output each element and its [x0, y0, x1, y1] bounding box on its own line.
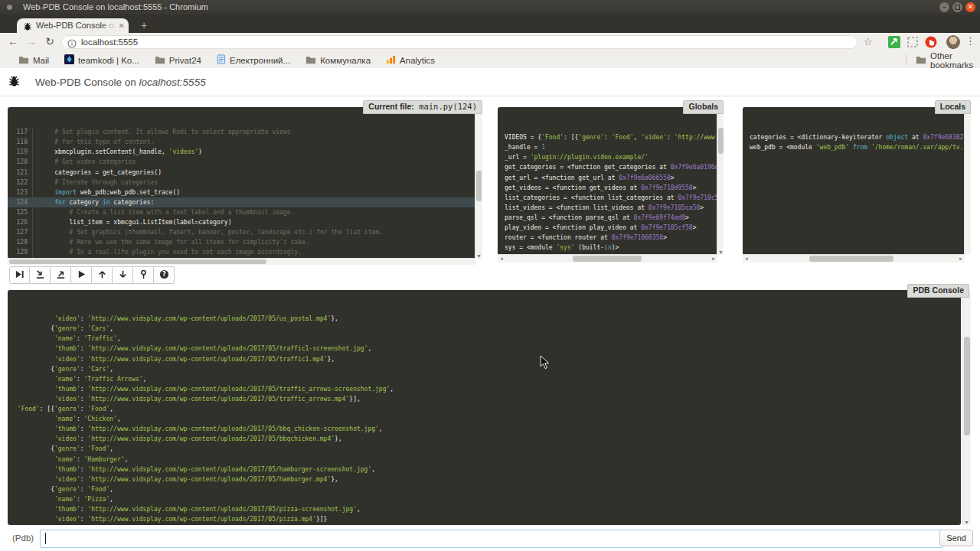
- global-variable-line: get_videos = <function get_videos at 0x7…: [505, 183, 710, 193]
- console-lines: 'video': 'http://www.vidsplay.com/wp-con…: [8, 310, 961, 525]
- bug-icon: [8, 75, 21, 91]
- global-variable-line: sys = <module 'sys' (built-in)>: [505, 243, 710, 253]
- code-line-123: 123 import web_pdb;web_pdb.set_trace(): [8, 187, 475, 197]
- browser-tab[interactable]: Web-PDB Console on loca ✕: [17, 18, 129, 33]
- globals-view: VIDEOS = {'Food': [{'genre': 'Food', 'vi…: [498, 107, 717, 255]
- console-output-line: 'video': 'http://www.vidsplay.com/wp-con…: [14, 434, 955, 444]
- global-variable-line: parse_qsl = <function parse_qsl at 0x7f9…: [505, 213, 710, 223]
- line-number: 119: [8, 147, 33, 157]
- scrollbar-thumb[interactable]: [573, 256, 642, 262]
- scroll-down-icon[interactable]: ▼: [475, 253, 482, 259]
- code-line-117: 117 # Set plugin content. It allows Kodi…: [8, 127, 475, 137]
- command-input[interactable]: [40, 530, 943, 548]
- svg-text:?: ?: [162, 270, 166, 278]
- up-button[interactable]: [92, 266, 113, 284]
- bookmark-label: Privat24: [169, 56, 201, 65]
- return-button[interactable]: [51, 266, 71, 284]
- console-view: 'video': 'http://www.vidsplay.com/wp-con…: [8, 290, 961, 525]
- prompt-row: (Pdb) Send: [0, 528, 980, 551]
- scroll-right-icon[interactable]: ►: [711, 255, 716, 262]
- help-button[interactable]: ?: [154, 266, 175, 284]
- maximize-button-icon[interactable]: [952, 2, 962, 12]
- bookmark-item-2[interactable]: teamkodi | Ko...: [64, 54, 139, 66]
- console-output-line: 'name': 'Hamburger',: [14, 455, 955, 465]
- scrollbar-thumb[interactable]: [476, 171, 482, 201]
- browser-toolbar: ← → ↻ localhost:5555 ☆ ⋮: [0, 33, 980, 52]
- code-line-119: 119 xbmcplugin.setContent(_handle, 'vide…: [8, 147, 475, 157]
- where-button[interactable]: [133, 266, 154, 284]
- console-output-line: (Pdb) q: [14, 524, 955, 525]
- line-number: 124: [8, 197, 33, 207]
- console-vertical-scrollbar[interactable]: ▲ ▼: [962, 290, 971, 525]
- locals-vertical-scrollbar[interactable]: [964, 107, 971, 255]
- scrollbar-thumb[interactable]: [964, 337, 970, 435]
- code-line-121: 121 categories = get_categories(): [8, 168, 475, 178]
- scrollbar-thumb[interactable]: [718, 128, 724, 154]
- scroll-left-icon[interactable]: ◄: [744, 255, 749, 262]
- up-icon: [97, 269, 107, 282]
- bookmark-star-icon[interactable]: ☆: [864, 36, 873, 47]
- green-arrow-extension-icon[interactable]: [888, 36, 900, 48]
- code-vertical-scrollbar[interactable]: ▼: [475, 107, 482, 259]
- local-variable-line: web_pdb = <module 'web_pdb' from '/home/…: [750, 142, 958, 152]
- scroll-down-icon[interactable]: ▼: [963, 520, 970, 525]
- minimize-button-icon[interactable]: –: [939, 2, 949, 12]
- locals-label: Locals: [935, 100, 971, 114]
- console-output-line: 'name': 'Traffic Arrows',: [14, 374, 955, 384]
- console-output-line: 'Food': [{'genre': 'Food',: [14, 404, 955, 414]
- continue-button[interactable]: [71, 266, 92, 284]
- line-number: 117: [8, 127, 33, 137]
- browser-menu-icon[interactable]: ⋮: [965, 35, 975, 47]
- bookmark-item-6[interactable]: Analytics: [386, 54, 435, 66]
- scroll-left-icon[interactable]: ◄: [499, 255, 504, 262]
- folder-icon: [18, 55, 29, 66]
- locals-horizontal-scrollbar[interactable]: ◄ ►: [743, 254, 965, 262]
- bookmark-item-1[interactable]: Mail: [18, 55, 49, 66]
- down-button[interactable]: [113, 266, 133, 284]
- next-icon: [15, 269, 24, 282]
- screen: Web-PDB Console on localhost:5555 - Chro…: [0, 0, 980, 551]
- scroll-down-icon[interactable]: ▼: [717, 249, 724, 255]
- send-button[interactable]: Send: [939, 530, 973, 546]
- red-circle-extension-icon[interactable]: [925, 36, 937, 48]
- pdb-console-label: PDB Console: [907, 284, 969, 298]
- url-text[interactable]: localhost:5555: [81, 37, 138, 47]
- globals-vertical-scrollbar[interactable]: ▼: [717, 107, 724, 255]
- bookmarks-separator: [906, 54, 906, 65]
- code-horizontal-scrollbar[interactable]: [8, 258, 475, 265]
- console-output-line: {'genre': 'Food',: [14, 444, 955, 454]
- reload-icon[interactable]: ↻: [43, 35, 57, 47]
- code-line-125: 125 # Create a list item with a text lab…: [8, 207, 475, 217]
- bookmark-item-4[interactable]: Електронний...: [217, 54, 290, 66]
- global-variable-line: _url = 'plugin://plugin.video.example/': [505, 152, 710, 162]
- new-tab-button[interactable]: +: [135, 20, 153, 31]
- scrollbar-thumb[interactable]: [9, 259, 266, 264]
- tab-strip: Web-PDB Console on loca ✕ +: [0, 15, 980, 33]
- window-title: Web-PDB Console on localhost:5555 - Chro…: [23, 2, 208, 11]
- next-button[interactable]: [9, 266, 30, 284]
- other-bookmarks-label: Other bookmarks: [930, 51, 980, 70]
- global-variable-line: get_categories = <function get_categorie…: [505, 162, 710, 172]
- info-icon[interactable]: [67, 37, 77, 51]
- code-line-128: 128 # Here we use the same image for all…: [8, 237, 475, 247]
- other-bookmarks-button[interactable]: Other bookmarks: [916, 52, 980, 68]
- address-bar[interactable]: localhost:5555: [61, 35, 858, 49]
- globals-horizontal-scrollbar[interactable]: ◄ ►: [498, 254, 717, 262]
- console-output-line: 'video': 'http://www.vidsplay.com/wp-con…: [14, 314, 955, 324]
- bookmark-item-5[interactable]: Коммуналка: [305, 55, 371, 66]
- pdb-console-panel: PDB Console 'video': 'http://www.vidspla…: [8, 284, 971, 525]
- line-number: 123: [8, 187, 33, 197]
- scrollbar-thumb[interactable]: [809, 256, 893, 262]
- console-output-line: 'thumb': 'http://www.vidsplay.com/wp-con…: [14, 344, 955, 354]
- tab-close-icon[interactable]: ✕: [119, 21, 125, 31]
- continue-icon: [77, 269, 87, 282]
- close-button-icon[interactable]: ✕: [965, 2, 975, 12]
- selector-extension-icon[interactable]: [906, 36, 919, 48]
- profile-avatar[interactable]: [946, 35, 960, 49]
- step-button[interactable]: [30, 266, 51, 284]
- scroll-right-icon[interactable]: ►: [959, 255, 963, 262]
- line-number: 121: [8, 168, 33, 178]
- back-icon[interactable]: ←: [6, 35, 20, 47]
- forward-icon[interactable]: →: [24, 35, 38, 47]
- bookmark-item-3[interactable]: Privat24: [155, 55, 201, 66]
